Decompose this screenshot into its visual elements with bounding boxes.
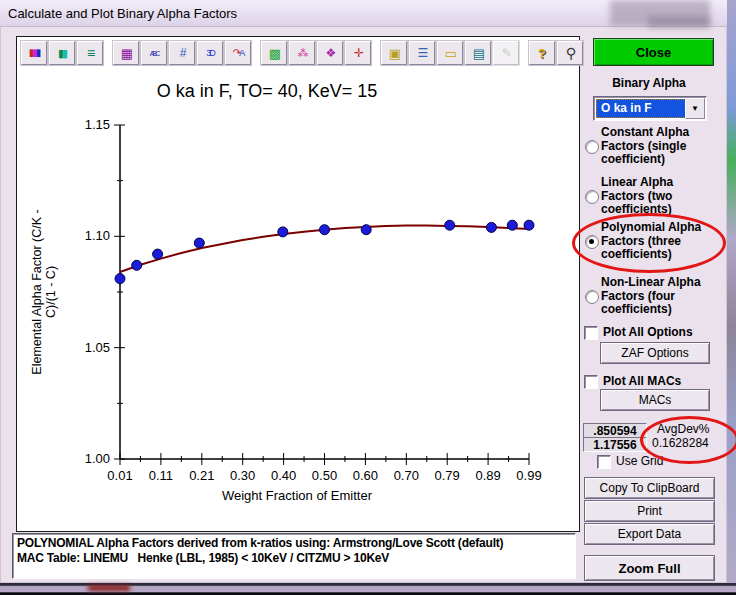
checkbox-label: Plot All MACs — [603, 374, 681, 388]
zaf-options-button[interactable]: ZAF Options — [600, 342, 710, 364]
svg-text:0.79: 0.79 — [435, 468, 460, 483]
binary-alpha-label: Binary Alpha — [593, 76, 705, 90]
radio-button-icon[interactable] — [585, 190, 599, 204]
svg-text:0.50: 0.50 — [312, 468, 337, 483]
axis-scale-icon[interactable]: # — [169, 41, 195, 65]
text-labels-icon[interactable]: ABC — [141, 41, 167, 65]
window-title: Calculate and Plot Binary Alpha Factors — [8, 6, 237, 21]
radio-label: Polynomial Alpha Factors (three coeffici… — [601, 221, 713, 262]
background-window-fragment — [610, 0, 710, 26]
title-bar[interactable]: Calculate and Plot Binary Alpha Factors — [0, 0, 727, 27]
data-table-icon[interactable]: ▦ — [113, 41, 139, 65]
export-data-button[interactable]: Export Data — [584, 523, 715, 545]
svg-text:0.40: 0.40 — [271, 468, 296, 483]
print-button[interactable]: Print — [584, 500, 715, 522]
svg-text:0.60: 0.60 — [353, 468, 378, 483]
coefficient-2-field: 1.17556 — [583, 437, 647, 452]
print-chart-icon[interactable]: ▤ — [465, 41, 491, 65]
copy-to-clipboard-button[interactable]: Copy To ClipBoard — [584, 477, 715, 499]
chart-panel: ▮▮▮▮▮≡▦ABC#3D↷A▩⁂❖✛▣☰▭▤✎?⚲ O ka in F, TO… — [16, 36, 580, 532]
app-window: Calculate and Plot Binary Alpha Factors … — [0, 0, 729, 583]
svg-text:0.70: 0.70 — [394, 468, 419, 483]
checkbox-icon[interactable] — [597, 455, 611, 469]
chart-type-icon[interactable]: ❖ — [317, 41, 343, 65]
svg-text:0.11: 0.11 — [149, 468, 173, 483]
svg-text:Elemental Alpha Factor (C/K -: Elemental Alpha Factor (C/K - — [30, 209, 44, 374]
view-3d-icon[interactable]: 3D — [197, 41, 223, 65]
export-chart-icon[interactable]: ▣ — [381, 41, 407, 65]
background-window-strip — [727, 0, 736, 595]
alpha-factor-chart: O ka in F, TO= 40, KeV= 151.001.051.101.… — [17, 37, 577, 527]
rotate-text-icon[interactable]: ↷A — [225, 41, 251, 65]
help-icon[interactable]: ? — [529, 41, 555, 65]
macs-button[interactable]: MACs — [600, 389, 710, 411]
svg-text:O ka in F, TO= 40, KeV= 15: O ka in F, TO= 40, KeV= 15 — [157, 81, 377, 101]
checkbox-label: Use Grid — [616, 454, 663, 468]
checkbox-icon[interactable] — [584, 326, 598, 340]
radio-label: Linear Alpha Factors (two coefficients) — [601, 176, 713, 217]
binary-alpha-selected-value[interactable]: O ka in F — [596, 99, 686, 118]
zoom-full-button[interactable]: Zoom Full — [584, 555, 715, 581]
svg-text:0.89: 0.89 — [475, 468, 500, 483]
data-label-icon[interactable]: ▭ — [437, 41, 463, 65]
radio-button-icon[interactable] — [585, 235, 599, 249]
avgdev-label: AvgDev% — [657, 422, 709, 436]
svg-text:0.30: 0.30 — [230, 468, 255, 483]
radio-button-icon[interactable] — [585, 290, 599, 304]
svg-text:C)/(1 - C): C)/(1 - C) — [44, 266, 58, 318]
svg-text:0.21: 0.21 — [189, 468, 214, 483]
checkbox-icon[interactable] — [584, 375, 598, 389]
svg-text:1.00: 1.00 — [85, 451, 110, 466]
radio-button-icon[interactable] — [585, 140, 599, 154]
svg-text:1.10: 1.10 — [85, 228, 110, 243]
chevron-down-icon[interactable]: ▼ — [685, 98, 705, 119]
svg-text:1.05: 1.05 — [85, 340, 110, 355]
svg-text:Weight Fraction of Emitter: Weight Fraction of Emitter — [222, 488, 373, 503]
svg-text:1.15: 1.15 — [85, 117, 110, 132]
radio-label: Non-Linear Alpha Factors (four coefficie… — [601, 276, 713, 317]
chart-toolbar: ▮▮▮▮▮≡▦ABC#3D↷A▩⁂❖✛▣☰▭▤✎?⚲ — [21, 41, 585, 66]
bar-chart-3d-icon[interactable]: ▮▮ — [49, 41, 75, 65]
pattern-fill-icon[interactable]: ▩ — [261, 41, 287, 65]
crosshair-icon[interactable]: ✛ — [345, 41, 371, 65]
status-line-1: POLYNOMIAL Alpha Factors derived from k-… — [17, 536, 571, 551]
status-bar: POLYNOMIAL Alpha Factors derived from k-… — [12, 533, 576, 579]
binary-alpha-select[interactable]: O ka in F ▼ — [593, 96, 707, 121]
coefficient-1-field: .850594 — [583, 423, 647, 438]
checkbox-label: Plot All Options — [603, 325, 693, 339]
symbol-style-icon[interactable]: ⁂ — [289, 41, 315, 65]
background-window-fragment — [648, 16, 710, 28]
edit-pencil-icon[interactable]: ✎ — [493, 41, 519, 65]
zoom-icon[interactable]: ⚲ — [557, 41, 583, 65]
bar-chart-horizontal-icon[interactable]: ≡ — [77, 41, 103, 65]
avgdev-value: 0.1628284 — [652, 436, 709, 450]
legend-icon[interactable]: ☰ — [409, 41, 435, 65]
svg-text:0.01: 0.01 — [107, 468, 132, 483]
close-button[interactable]: Close — [593, 38, 714, 66]
svg-text:0.99: 0.99 — [516, 468, 541, 483]
bar-chart-2d-icon[interactable]: ▮▮▮ — [21, 41, 47, 65]
screen: Calculate and Plot Binary Alpha Factors … — [0, 0, 736, 595]
taskbar-fragment — [88, 585, 130, 591]
status-line-2: MAC Table: LINEMU Henke (LBL, 1985) < 10… — [17, 551, 571, 566]
radio-label: Constant Alpha Factors (single coefficie… — [601, 126, 713, 167]
